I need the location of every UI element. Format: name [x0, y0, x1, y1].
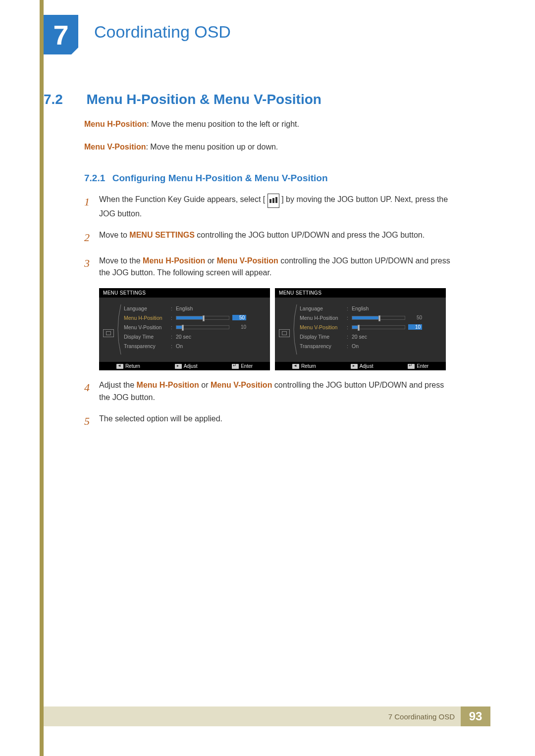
chapter-title: Coordinating OSD	[94, 22, 231, 42]
osd-header: MENU SETTINGS	[99, 288, 270, 298]
step-1: 1 When the Function Key Guide appears, s…	[84, 194, 455, 220]
section-number: 7.2	[44, 92, 84, 107]
step-4: 4 Adjust the Menu H-Position or Menu V-P…	[84, 379, 455, 404]
subsection-heading: 7.2.1 Configuring Menu H-Position & Menu…	[84, 173, 455, 184]
hpos-slider	[176, 316, 229, 320]
step-5: 5 The selected option will be applied.	[84, 413, 455, 430]
menu-bars-icon	[268, 194, 279, 208]
step-1-body: When the Function Key Guide appears, sel…	[99, 194, 455, 220]
osd-panel-vpos: MENU SETTINGS Language:English Menu H-Po…	[275, 288, 446, 370]
step-1-number: 1	[84, 194, 99, 220]
osd-panel-hpos: MENU SETTINGS Language:English Menu H-Po…	[99, 288, 270, 370]
page-footer: 7 Coordinating OSD 93	[44, 706, 490, 726]
vpos-label: Menu V-Position	[84, 143, 146, 151]
step-3-number: 3	[84, 255, 99, 280]
enter-icon	[232, 364, 239, 369]
osd-screenshots: MENU SETTINGS Language:English Menu H-Po…	[99, 288, 455, 370]
step-2-body: Move to MENU SETTINGS controlling the JO…	[99, 229, 455, 246]
hpos-slider	[352, 316, 405, 320]
step-list: 1 When the Function Key Guide appears, s…	[84, 194, 455, 430]
vpos-slider	[176, 325, 229, 329]
panel-arc-decor	[114, 303, 125, 355]
chapter-number-tab: 7	[44, 15, 78, 54]
adjust-icon	[351, 364, 358, 369]
page-number: 93	[461, 706, 490, 726]
subsection-title: Configuring Menu H-Position & Menu V-Pos…	[112, 173, 328, 183]
chapter-number: 7	[53, 19, 68, 51]
step-4-number: 4	[84, 379, 99, 404]
step-2: 2 Move to MENU SETTINGS controlling the …	[84, 229, 455, 246]
paragraph-hpos: Menu H-Position: Move the menu position …	[84, 118, 455, 130]
osd-side-icon	[279, 329, 290, 337]
osd-side-icon	[103, 329, 114, 337]
left-accent-bar	[40, 0, 44, 756]
osd-footer: Return Adjust Enter	[275, 362, 446, 370]
step-5-number: 5	[84, 413, 99, 430]
step-3: 3 Move to the Menu H-Position or Menu V-…	[84, 255, 455, 280]
enter-icon	[408, 364, 415, 369]
footer-text: 7 Coordinating OSD	[388, 712, 461, 721]
hpos-label: Menu H-Position	[84, 120, 147, 128]
paragraph-vpos: Menu V-Position: Move the menu position …	[84, 141, 455, 153]
vpos-slider	[352, 325, 405, 329]
section-title: Menu H-Position & Menu V-Position	[86, 92, 321, 107]
osd-header: MENU SETTINGS	[275, 288, 446, 298]
section-heading: 7.2 Menu H-Position & Menu V-Position	[44, 92, 455, 107]
panel-arc-decor	[290, 303, 301, 355]
adjust-icon	[175, 364, 182, 369]
subsection-number: 7.2.1	[84, 173, 105, 183]
vpos-text: : Move the menu position up or down.	[146, 143, 278, 151]
return-icon	[292, 364, 299, 369]
step-4-body: Adjust the Menu H-Position or Menu V-Pos…	[99, 379, 455, 404]
step-5-body: The selected option will be applied.	[99, 413, 455, 430]
step-3-body: Move to the Menu H-Position or Menu V-Po…	[99, 255, 455, 280]
return-icon	[116, 364, 123, 369]
hpos-text: : Move the menu position to the left or …	[147, 120, 299, 128]
step-2-number: 2	[84, 229, 99, 246]
osd-footer: Return Adjust Enter	[99, 362, 270, 370]
